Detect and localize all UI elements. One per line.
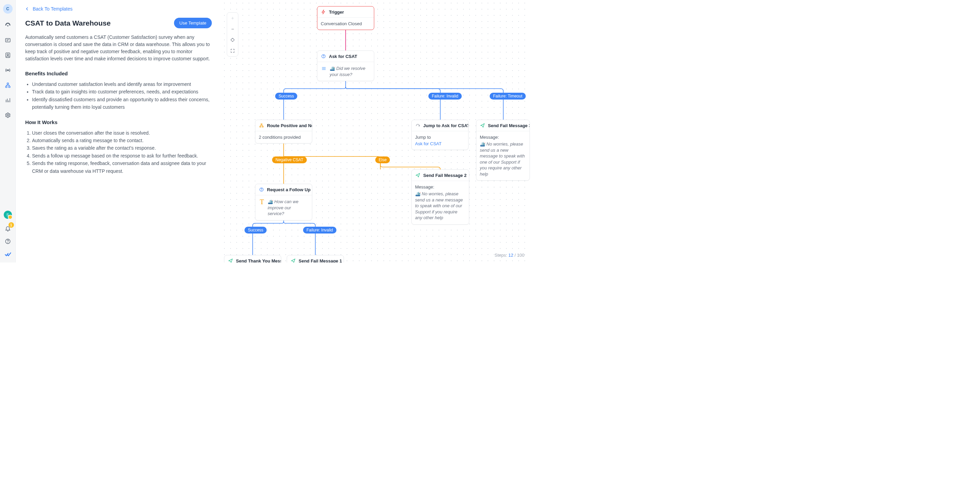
fullscreen-button[interactable]	[227, 45, 238, 56]
template-details-panel: Back To Templates CSAT to Data Warehouse…	[16, 0, 221, 262]
svg-point-14	[7, 115, 8, 116]
node-title: Route Positive and Nega…	[267, 123, 312, 128]
node-thank-you[interactable]: Send Thank You Messa…	[224, 255, 281, 262]
contacts-icon[interactable]	[5, 52, 11, 59]
list-item: Track data to gain insights into custome…	[32, 88, 212, 96]
text-icon: T	[259, 199, 265, 205]
node-body-text: Conversation Closed	[321, 21, 362, 26]
svg-point-0	[7, 25, 8, 26]
workflows-icon[interactable]	[5, 82, 11, 89]
node-followup[interactable]: Request a Follow Up Fee… T 🛳️ How can we…	[255, 184, 312, 220]
node-fail-message-3[interactable]: Send Fail Message 3 Message: 🛳️ No worri…	[476, 120, 530, 181]
svg-point-6	[7, 70, 8, 71]
node-route[interactable]: Route Positive and Nega… 2 conditions pr…	[255, 120, 312, 144]
branch-pill-success: Success	[275, 93, 297, 99]
use-template-button[interactable]: Use Template	[174, 18, 212, 28]
reports-icon[interactable]	[5, 97, 11, 104]
how-it-works-list: User closes the conversation after the i…	[25, 129, 212, 175]
svg-rect-8	[5, 86, 7, 88]
svg-rect-28	[260, 126, 261, 127]
messages-icon[interactable]	[5, 37, 11, 44]
svg-point-23	[323, 57, 324, 57]
svg-rect-1	[5, 38, 10, 42]
send-icon	[480, 123, 485, 128]
workspace-avatar[interactable]: C	[3, 4, 13, 14]
branch-pill-negative-csat: Negative CSAT	[272, 156, 307, 163]
send-icon	[290, 258, 296, 262]
branch-icon	[259, 123, 264, 128]
benefits-heading: Benefits Included	[25, 70, 212, 77]
list-item: Sends the rating response, feedback, con…	[32, 160, 212, 175]
notifications-icon[interactable]: 1	[5, 225, 11, 232]
zoom-controls: + −	[227, 12, 239, 57]
list-item: Sends a follow up message based on the r…	[32, 152, 212, 160]
jump-icon	[415, 123, 420, 128]
jump-target-link[interactable]: Ask for CSAT	[415, 141, 465, 146]
steps-counter: Steps: 12 / 100	[495, 252, 524, 258]
zoom-in-button[interactable]: +	[227, 13, 238, 24]
zoom-out-button[interactable]: −	[227, 24, 238, 34]
list-icon	[321, 65, 327, 72]
list-item: User closes the conversation after the i…	[32, 129, 212, 137]
notification-badge: 1	[8, 222, 14, 228]
question-icon	[259, 187, 264, 192]
branch-pill-else: Else	[375, 156, 390, 163]
back-link-label: Back To Templates	[33, 6, 73, 11]
benefits-list: Understand customer satisfaction levels …	[25, 80, 212, 111]
template-description: Automatically send customers a CSAT (Cus…	[25, 34, 212, 62]
node-title: Send Fail Message 2	[423, 173, 466, 178]
node-title: Ask for CSAT	[329, 54, 357, 59]
brand-icon[interactable]	[5, 251, 11, 258]
list-item: Automatically sends a rating message to …	[32, 137, 212, 144]
node-fail-message-1[interactable]: Send Fail Message 1	[287, 255, 344, 262]
node-title: Request a Follow Up Fee…	[267, 187, 312, 192]
branch-pill-success-2: Success	[245, 227, 267, 233]
node-body-label: Jump to	[415, 135, 465, 140]
send-icon	[415, 172, 420, 178]
node-body-label: Message:	[415, 184, 466, 190]
svg-rect-7	[7, 83, 8, 84]
how-it-works-heading: How It Works	[25, 119, 212, 125]
node-trigger[interactable]: Trigger Conversation Closed	[317, 6, 374, 30]
svg-rect-9	[8, 86, 10, 88]
node-body-text: 🛳️ Did we resolve your issue?	[329, 65, 371, 77]
branch-pill-failure-invalid-2: Failure: Invalid	[303, 227, 336, 233]
branch-pill-failure-timeout: Failure: Timeout	[490, 93, 526, 99]
broadcast-icon[interactable]	[5, 67, 11, 73]
svg-rect-29	[262, 126, 264, 127]
help-icon[interactable]	[5, 238, 11, 245]
node-title: Send Thank You Messa…	[236, 259, 281, 263]
node-title: Jump to Ask for CSAT	[423, 123, 468, 128]
node-body-text: 🛳️ No worries, please send us a new mess…	[415, 191, 466, 221]
node-jump[interactable]: Jump to Ask for CSAT Jump to Ask for CSA…	[411, 120, 469, 150]
svg-point-17	[231, 38, 234, 41]
svg-rect-27	[261, 124, 262, 125]
list-item: Understand customer satisfaction levels …	[32, 80, 212, 88]
node-body-text: 2 conditions provided	[259, 135, 301, 140]
node-body-text: 🛳️ How can we improve our service?	[268, 199, 309, 217]
chevron-left-icon	[25, 7, 29, 11]
recenter-button[interactable]	[227, 34, 238, 45]
question-icon	[321, 54, 326, 59]
left-nav-rail: C S 1	[0, 0, 16, 262]
user-status-avatar[interactable]: S	[4, 211, 12, 219]
node-title: Send Fail Message 3	[488, 123, 530, 128]
branch-pill-failure-invalid: Failure: Invalid	[428, 93, 462, 99]
back-to-templates-link[interactable]: Back To Templates	[25, 6, 212, 11]
list-item: Identify dissatisfied customers and prov…	[32, 96, 212, 111]
settings-icon[interactable]	[5, 112, 11, 119]
list-item: Saves the rating as a variable after the…	[32, 144, 212, 152]
svg-point-31	[261, 190, 262, 191]
node-body-label: Message:	[480, 135, 526, 140]
node-ask-csat[interactable]: Ask for CSAT 🛳️ Did we resolve your issu…	[317, 51, 374, 81]
workflow-canvas[interactable]: + − Trigger Conversation Closed Ask for …	[221, 0, 531, 262]
node-fail-message-2[interactable]: Send Fail Message 2 Message: 🛳️ No worri…	[411, 169, 469, 225]
node-body-text: 🛳️ No worries, please send us a new mess…	[480, 141, 526, 177]
node-title: Send Fail Message 1	[299, 259, 342, 263]
bolt-icon	[321, 9, 326, 14]
node-title: Trigger	[329, 10, 344, 14]
template-title: CSAT to Data Warehouse	[25, 19, 111, 27]
svg-point-5	[7, 54, 8, 56]
send-icon	[228, 258, 233, 262]
dashboard-icon[interactable]	[5, 22, 11, 29]
